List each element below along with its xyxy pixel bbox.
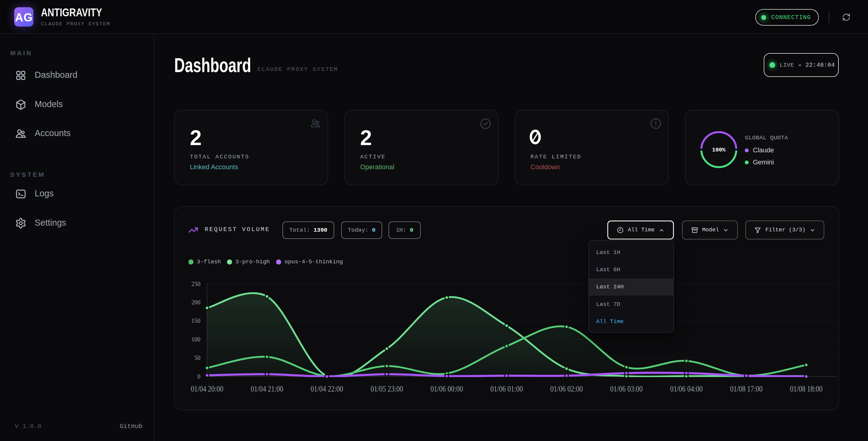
svg-text:100: 100	[191, 336, 200, 343]
svg-text:01/04 22:00: 01/04 22:00	[311, 384, 343, 393]
svg-text:01/06 00:00: 01/06 00:00	[430, 384, 463, 393]
svg-text:200: 200	[191, 299, 200, 305]
svg-text:01/06 01:00: 01/06 01:00	[490, 384, 523, 393]
svg-text:250: 250	[191, 281, 200, 287]
svg-text:01/06 04:00: 01/06 04:00	[670, 384, 703, 393]
svg-text:0: 0	[197, 373, 200, 380]
svg-text:01/08 18:00: 01/08 18:00	[790, 384, 823, 393]
svg-text:01/04 20:00: 01/04 20:00	[191, 384, 223, 393]
svg-text:01/06 03:00: 01/06 03:00	[610, 384, 643, 393]
svg-text:01/04 21:00: 01/04 21:00	[251, 384, 283, 393]
svg-text:50: 50	[194, 354, 200, 361]
svg-text:01/06 02:00: 01/06 02:00	[550, 384, 583, 393]
svg-text:150: 150	[191, 317, 200, 324]
svg-text:01/05 23:00: 01/05 23:00	[370, 384, 403, 393]
svg-text:01/08 17:00: 01/08 17:00	[730, 384, 763, 393]
